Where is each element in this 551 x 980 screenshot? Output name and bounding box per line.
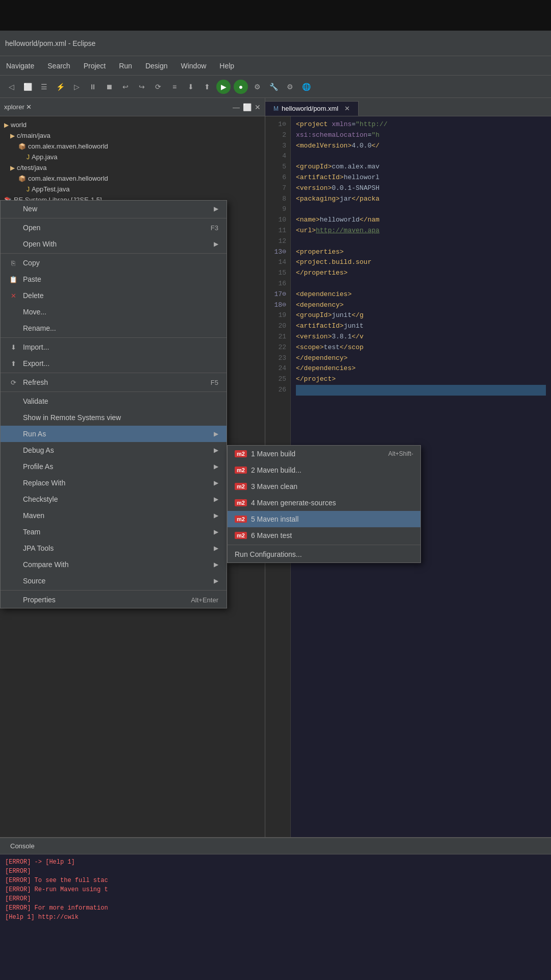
toolbar-btn-13[interactable]: ⬆ [200,80,214,94]
code-line-7: <version>0.0.1-SNAPSH [296,183,546,194]
ctx-properties[interactable]: Properties Alt+Enter [1,592,227,608]
editor-tab-pom[interactable]: M helloworld/pom.xml ✕ [265,101,359,116]
m2-badge-4: m2 [235,499,247,506]
ctx-copy[interactable]: ⎘ Copy [1,255,227,271]
toolbar-btn-17[interactable]: ⚙ [283,80,297,94]
ctx-new[interactable]: New ▶ [1,201,227,217]
menu-window[interactable]: Window [179,61,208,71]
ctx-move[interactable]: Move... [1,304,227,320]
ctx-team[interactable]: Team ▶ [1,524,227,540]
ctx-open-with[interactable]: Open With ▶ [1,236,227,252]
submenu-maven-test-label: 6 Maven test [251,531,292,540]
ctx-rename[interactable]: Rename... [1,320,227,336]
ctx-paste[interactable]: 📋 Paste [1,271,227,287]
toolbar-btn-2[interactable]: ⬜ [20,80,35,94]
line-num-21: 21 [265,332,290,342]
ctx-validate[interactable]: Validate [1,393,227,409]
tree-item-package2[interactable]: 📦 com.alex.maven.helloworld [0,173,265,184]
submenu-maven-generate[interactable]: m2 4 Maven generate-sources [228,495,420,511]
toolbar-btn-12[interactable]: ⬇ [184,80,198,94]
submenu-maven-build-1[interactable]: m2 1 Maven build Alt+Shift- [228,446,420,462]
m2-badge-5: m2 [235,516,247,523]
tree-item-appjava[interactable]: J App.java [0,152,265,162]
tree-item-label: c/test/java [17,164,47,172]
ctx-jpa-arrow: ▶ [214,545,218,552]
ctx-checkstyle-arrow: ▶ [214,496,218,503]
run-button[interactable]: ▶ [216,80,231,94]
copy-icon: ⎘ [9,259,18,267]
toolbar-btn-8[interactable]: ↩ [118,80,133,94]
xml-tab-icon: M [273,105,279,112]
ctx-sep-4 [1,373,227,373]
menu-run[interactable]: Run [117,61,134,71]
context-menu: New ▶ Open F3 Open With ▶ [0,200,227,608]
submenu-run-configurations[interactable]: Run Configurations... [228,546,420,562]
ctx-maven[interactable]: Maven ▶ [1,507,227,524]
explorer-tab[interactable]: xplorer [4,103,24,111]
code-line-15: </properties> [296,268,546,279]
submenu-maven-build-2[interactable]: m2 2 Maven build... [228,462,420,478]
menu-navigate[interactable]: Navigate [4,61,36,71]
ctx-replace-with[interactable]: Replace With ▶ [1,475,227,491]
code-line-8: <packaging>jar</packa [296,194,546,205]
refresh-icon: ⟳ [9,379,18,386]
tree-item-apptestjava[interactable]: J AppTest.java [0,184,265,194]
ctx-profile-as[interactable]: Profile As ▶ [1,458,227,475]
ctx-debug-as[interactable]: Debug As ▶ [1,442,227,458]
line-num-17: 17⊖ [265,289,290,300]
ctx-properties-shortcut: Alt+Enter [191,596,218,604]
ctx-export[interactable]: ⬆ Export... [1,355,227,372]
code-line-12 [296,236,546,247]
export-icon: ⬆ [9,360,18,368]
submenu-maven-test[interactable]: m2 6 Maven test [228,527,420,544]
submenu-maven-build-2-label: 2 Maven build... [251,466,302,474]
toolbar-btn-16[interactable]: 🔧 [266,80,281,94]
tree-item-package1[interactable]: 📦 com.alex.maven.helloworld [0,141,265,152]
console-tab-label[interactable]: Console [4,840,41,852]
toolbar-btn-10[interactable]: ⟳ [151,80,165,94]
menu-search[interactable]: Search [45,61,72,71]
toolbar-btn-6[interactable]: ⏸ [86,80,100,94]
line-num-18: 18⊖ [265,300,290,311]
ctx-checkstyle[interactable]: Checkstyle ▶ [1,491,227,507]
tree-item-main-java[interactable]: ▶ c/main/java [0,130,265,141]
toolbar-btn-4[interactable]: ⚡ [53,80,67,94]
ctx-open[interactable]: Open F3 [1,219,227,236]
tree-item-world[interactable]: ▶ world [0,119,265,130]
ctx-run-as[interactable]: Run As ▶ [1,426,227,442]
toolbar-btn-14[interactable]: ● [234,80,248,94]
maximize-icon[interactable]: ⬜ [243,103,252,111]
console-line-5: [ERROR] [5,894,546,903]
ctx-refresh[interactable]: ⟳ Refresh F5 [1,374,227,390]
toolbar-btn-7[interactable]: ⏹ [102,80,116,94]
toolbar-btn-15[interactable]: ⚙ [250,80,264,94]
menu-design[interactable]: Design [143,61,170,71]
tree-item-test-java[interactable]: ▶ c/test/java [0,162,265,173]
line-num-24: 24 [265,363,290,374]
ctx-show-remote[interactable]: Show in Remote Systems view [1,409,227,426]
toolbar-btn-11[interactable]: ≡ [167,80,182,94]
tree-item-label: c/main/java [17,132,51,139]
tab-close-icon[interactable]: ✕ [344,105,350,112]
ctx-delete-label: Delete [23,291,43,300]
toolbar-btn-5[interactable]: ▷ [69,80,84,94]
toolbar-btn-18[interactable]: 🌐 [299,80,313,94]
ctx-delete[interactable]: ✕ Delete [1,287,227,304]
minimize-icon[interactable]: — [233,103,240,111]
toolbar-btn-1[interactable]: ◁ [4,80,18,94]
ctx-source[interactable]: Source ▶ [1,573,227,589]
toolbar-btn-9[interactable]: ↪ [135,80,149,94]
ctx-import[interactable]: ⬇ Import... [1,339,227,355]
toolbar-btn-3[interactable]: ☰ [37,80,51,94]
ctx-move-label: Move... [23,308,46,316]
menu-project[interactable]: Project [82,61,108,71]
code-line-18: <dependency> [296,300,546,311]
submenu-maven-clean[interactable]: m2 3 Maven clean [228,478,420,495]
close-panel-icon[interactable]: ✕ [255,103,261,111]
menu-help[interactable]: Help [217,61,236,71]
code-line-26 [296,385,546,396]
submenu-maven-install[interactable]: m2 5 Maven install [228,511,420,527]
line-num-12: 12 [265,236,290,247]
ctx-jpa-tools[interactable]: JPA Tools ▶ [1,540,227,556]
ctx-compare-with[interactable]: Compare With ▶ [1,556,227,573]
